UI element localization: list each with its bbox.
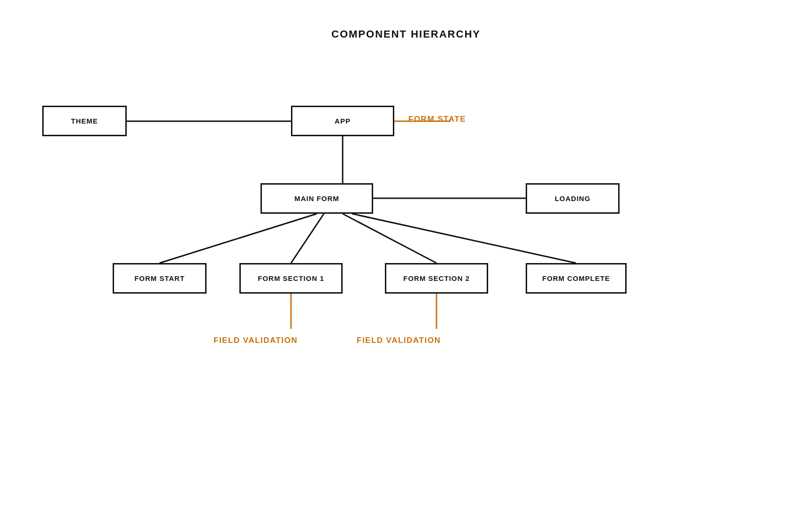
svg-line-6	[343, 214, 437, 263]
page-title: COMPONENT HIERARCHY	[331, 28, 481, 40]
svg-line-4	[160, 214, 317, 263]
node-form-complete: FORM COMPLETE	[526, 263, 627, 294]
diagram-container: COMPONENT HIERARCHY THEME APP FORM STATE…	[0, 0, 812, 528]
node-form-start: FORM START	[113, 263, 207, 294]
node-form-section1: FORM SECTION 1	[239, 263, 343, 294]
node-form-section2: FORM SECTION 2	[385, 263, 488, 294]
label-form-state: FORM STATE	[408, 115, 466, 124]
svg-line-7	[352, 214, 576, 263]
node-loading: LOADING	[526, 183, 620, 214]
svg-line-5	[291, 214, 324, 263]
label-field-validation-1: FIELD VALIDATION	[214, 336, 298, 345]
node-theme: THEME	[42, 106, 127, 136]
node-app: APP	[291, 106, 394, 136]
node-main-form: MAIN FORM	[260, 183, 373, 214]
label-field-validation-2: FIELD VALIDATION	[357, 336, 441, 345]
